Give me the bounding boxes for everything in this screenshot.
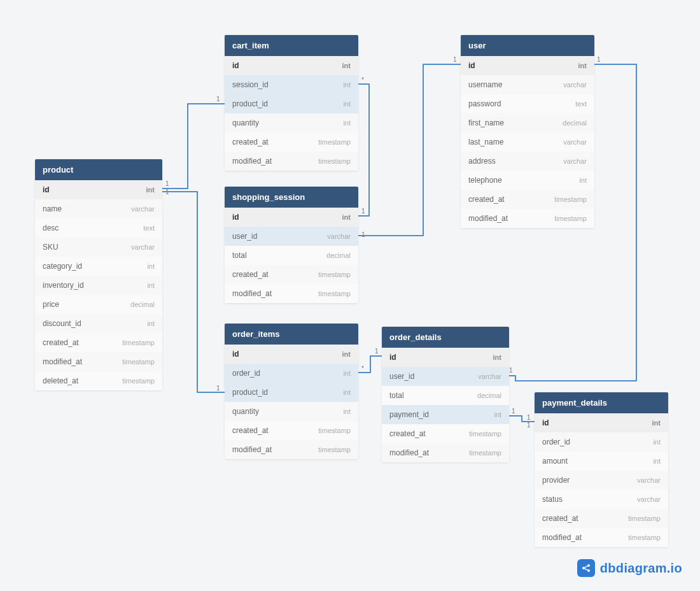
entity-table-order_details[interactable]: order_detailsidintuser_idvarchartotaldec… [382,327,509,462]
field-row[interactable]: order_idint [535,432,668,452]
field-name: quantity [232,407,259,416]
entity-table-shopping_session[interactable]: shopping_sessionidintuser_idvarchartotal… [225,187,358,303]
field-type: int [343,408,351,415]
field-type: int [343,100,351,108]
field-row[interactable]: idint [461,56,594,75]
field-type: varchar [131,205,155,213]
field-name: modified_at [468,214,508,223]
field-row[interactable]: modified_attimestamp [535,528,668,547]
field-type: varchar [637,476,661,484]
entity-table-payment_details[interactable]: payment_detailsidintorder_idintamountint… [535,392,668,547]
field-row[interactable]: idint [225,208,358,227]
field-name: modified_at [43,357,82,366]
field-row[interactable]: product_idint [225,383,358,402]
field-row[interactable]: inventory_idint [35,276,162,295]
field-row[interactable]: discount_idint [35,314,162,333]
field-name: user_id [389,372,414,381]
field-type: varchar [327,232,351,240]
field-row[interactable]: last_namevarchar [461,132,594,152]
field-name: modified_at [232,157,272,166]
field-row[interactable]: quantityint [225,113,358,132]
field-type: int [147,320,155,327]
field-row[interactable]: modified_attimestamp [225,440,358,459]
field-name: address [468,157,496,166]
field-type: timestamp [628,534,661,541]
field-name: id [232,350,239,359]
field-row[interactable]: namevarchar [35,199,162,218]
table-title: user [461,35,594,56]
field-row[interactable]: idint [35,180,162,199]
field-row[interactable]: idint [382,348,509,367]
field-type: int [494,411,501,418]
field-name: created_at [542,514,578,523]
field-row[interactable]: product_idint [225,94,358,113]
table-title: product [35,159,162,180]
field-type: timestamp [554,215,587,222]
field-row[interactable]: created_attimestamp [535,509,668,528]
field-row[interactable]: idint [225,345,358,364]
field-row[interactable]: created_attimestamp [225,265,358,284]
field-name: user_id [232,232,257,241]
field-row[interactable]: modified_attimestamp [461,209,594,228]
field-row[interactable]: created_attimestamp [225,132,358,152]
field-row[interactable]: providervarchar [535,471,668,490]
field-row[interactable]: telephoneint [461,171,594,190]
field-row[interactable]: created_attimestamp [382,424,509,443]
field-type: varchar [478,373,501,380]
field-name: created_at [232,138,269,146]
field-row[interactable]: category_idint [35,257,162,276]
field-row[interactable]: quantityint [225,402,358,421]
table-title: payment_details [535,392,668,413]
entity-table-cart_item[interactable]: cart_itemidintsession_idintproduct_idint… [225,35,358,171]
field-row[interactable]: created_attimestamp [225,421,358,440]
field-row[interactable]: totaldecimal [225,246,358,265]
field-row[interactable]: user_idvarchar [225,227,358,246]
field-name: id [542,418,549,427]
field-row[interactable]: deleted_attimestamp [35,371,162,390]
field-row[interactable]: SKUvarchar [35,238,162,257]
field-type: varchar [131,243,155,251]
field-row[interactable]: modified_attimestamp [382,443,509,462]
field-row[interactable]: addressvarchar [461,152,594,171]
field-row[interactable]: pricedecimal [35,295,162,314]
field-row[interactable]: session_idint [225,75,358,94]
field-row[interactable]: totaldecimal [382,386,509,405]
field-type: timestamp [122,358,155,366]
table-title: order_details [382,327,509,348]
field-row[interactable]: idint [225,56,358,75]
field-name: first_name [468,118,504,127]
field-name: total [232,251,247,260]
field-row[interactable]: order_idint [225,364,358,383]
field-type: varchar [637,495,661,503]
field-row[interactable]: modified_attimestamp [35,352,162,371]
brand-logo: dbdiagram.io [577,559,682,577]
share-icon [577,559,595,577]
field-row[interactable]: user_idvarchar [382,367,509,386]
field-type: timestamp [318,427,351,434]
entity-table-product[interactable]: productidintnamevarchardesctextSKUvarcha… [35,159,162,390]
field-row[interactable]: first_namedecimal [461,113,594,132]
field-row[interactable]: modified_attimestamp [225,152,358,171]
field-row[interactable]: payment_idint [382,405,509,424]
field-row[interactable]: amountint [535,452,668,471]
field-name: amount [542,457,568,466]
field-type: int [343,388,351,396]
field-name: created_at [43,338,79,347]
field-name: payment_id [389,410,429,419]
field-row[interactable]: desctext [35,218,162,238]
field-name: quantity [232,118,259,127]
field-row[interactable]: created_attimestamp [461,190,594,209]
table-title: shopping_session [225,187,358,208]
field-row[interactable]: created_attimestamp [35,333,162,352]
entity-table-order_items[interactable]: order_itemsidintorder_idintproduct_idint… [225,324,358,459]
field-type: timestamp [318,290,351,297]
table-title: cart_item [225,35,358,56]
entity-table-user[interactable]: useridintusernamevarcharpasswordtextfirs… [461,35,594,228]
field-row[interactable]: statusvarchar [535,490,668,509]
field-type: timestamp [469,449,501,457]
field-row[interactable]: passwordtext [461,94,594,113]
field-name: name [43,204,62,213]
field-row[interactable]: usernamevarchar [461,75,594,94]
field-row[interactable]: modified_attimestamp [225,284,358,303]
field-row[interactable]: idint [535,413,668,432]
